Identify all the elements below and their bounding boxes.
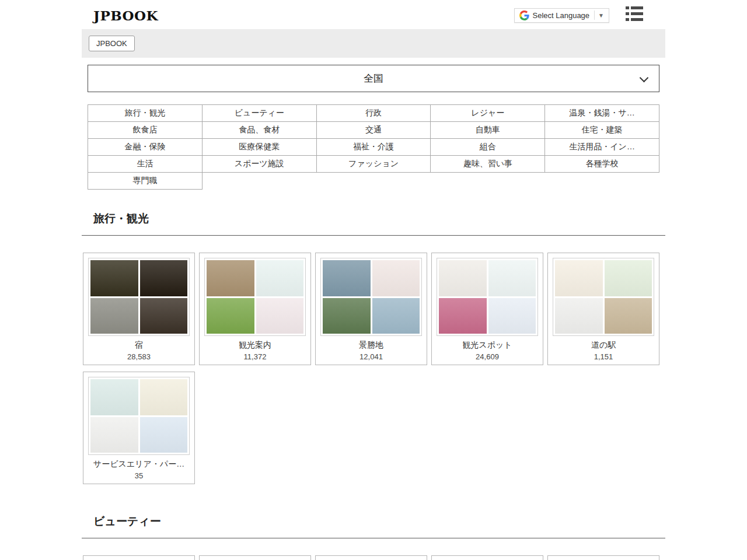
language-selector-divider — [594, 10, 595, 20]
category-cell-fashion[interactable]: ファッション — [316, 156, 431, 173]
card-thumbnail — [204, 258, 306, 336]
card-label: 道の駅 — [553, 340, 654, 351]
card-yado[interactable]: 宿 28,583 — [83, 253, 195, 365]
language-caret-icon: ▼ — [598, 12, 604, 19]
card-thumbnail — [88, 258, 190, 336]
card-label: 宿 — [88, 340, 190, 351]
card-keishouchi[interactable]: 景勝地 12,041 — [315, 253, 427, 365]
page-container: JPBOOK Select Language ▼ — [82, 0, 665, 560]
card-beauty-2[interactable] — [199, 555, 311, 560]
google-logo-icon — [519, 10, 529, 20]
category-cell-medical[interactable]: 医療保健業 — [202, 139, 316, 156]
category-row: 専門職 — [88, 173, 659, 190]
card-label: 景勝地 — [320, 340, 422, 351]
category-cell-restaurant[interactable]: 飲食店 — [88, 122, 203, 139]
card-beauty-1[interactable] — [83, 555, 195, 560]
card-beauty-3[interactable] — [315, 555, 427, 560]
card-label: 観光案内 — [204, 340, 306, 351]
chevron-down-icon — [640, 74, 649, 83]
category-cell-union[interactable]: 組合 — [431, 139, 545, 156]
card-service-area[interactable]: サービスエリア・パー… 35 — [83, 372, 195, 484]
card-thumbnail — [320, 258, 422, 336]
card-count: 35 — [88, 471, 190, 480]
category-cell-schools[interactable]: 各種学校 — [545, 156, 659, 173]
card-count: 28,583 — [88, 352, 190, 361]
card-beauty-4[interactable] — [431, 555, 543, 560]
category-row: 旅行・観光 ビューティー 行政 レジャー 温泉・銭湯・サ… — [88, 105, 659, 122]
card-beauty-5[interactable] — [547, 555, 659, 560]
section-beauty: ビューティー — [82, 514, 665, 560]
category-cell-sports[interactable]: スポーツ施設 — [202, 156, 316, 173]
category-cell-hobby[interactable]: 趣味、習い事 — [431, 156, 545, 173]
category-cell-food[interactable]: 食品、食材 — [202, 122, 316, 139]
card-michinoeki[interactable]: 道の駅 1,151 — [547, 253, 659, 365]
category-cell-welfare[interactable]: 福祉・介護 — [316, 139, 431, 156]
card-count: 24,609 — [437, 352, 538, 361]
menu-list-icon[interactable] — [626, 6, 643, 24]
category-cell-finance[interactable]: 金融・保険 — [88, 139, 203, 156]
travel-cards: 宿 28,583 観光案内 11,372 景勝地 12,041 観光スポット 2… — [82, 236, 665, 492]
category-cell-onsen[interactable]: 温泉・銭湯・サ… — [545, 105, 659, 122]
card-count: 1,151 — [553, 352, 654, 361]
category-cell-daily-goods[interactable]: 生活用品・イン… — [545, 139, 659, 156]
card-label: 観光スポット — [437, 340, 538, 351]
card-kankou-annai[interactable]: 観光案内 11,372 — [199, 253, 311, 365]
top-bar: JPBOOK Select Language ▼ — [82, 0, 665, 29]
card-thumbnail — [553, 258, 654, 336]
card-thumbnail — [88, 377, 190, 455]
card-thumbnail — [437, 258, 538, 336]
beauty-cards — [82, 538, 665, 560]
card-label: サービスエリア・パー… — [88, 459, 190, 470]
category-row: 金融・保険 医療保健業 福祉・介護 組合 生活用品・イン… — [88, 139, 659, 156]
card-count: 12,041 — [320, 352, 422, 361]
region-select[interactable]: 全国 — [88, 65, 659, 92]
language-selector[interactable]: Select Language ▼ — [514, 8, 610, 23]
breadcrumb: JPBOOK — [82, 29, 665, 58]
category-cell-professional[interactable]: 専門職 — [88, 173, 203, 190]
category-row: 生活 スポーツ施設 ファッション 趣味、習い事 各種学校 — [88, 156, 659, 173]
category-row: 飲食店 食品、食材 交通 自動車 住宅・建築 — [88, 122, 659, 139]
category-cell-automobile[interactable]: 自動車 — [431, 122, 545, 139]
category-cell-transport[interactable]: 交通 — [316, 122, 431, 139]
breadcrumb-home-button[interactable]: JPBOOK — [89, 36, 135, 51]
category-cell-life[interactable]: 生活 — [88, 156, 203, 173]
section-title-beauty: ビューティー — [93, 514, 665, 529]
card-kankou-spot[interactable]: 観光スポット 24,609 — [431, 253, 543, 365]
category-cell-empty — [202, 173, 659, 190]
category-cell-leisure[interactable]: レジャー — [431, 105, 545, 122]
category-cell-government[interactable]: 行政 — [316, 105, 431, 122]
category-cell-travel[interactable]: 旅行・観光 — [88, 105, 203, 122]
topbar-right: Select Language ▼ — [514, 6, 644, 24]
language-selector-label: Select Language — [533, 11, 590, 20]
section-travel: 旅行・観光 宿 28,583 観光案内 11,372 景勝地 12,041 観光… — [82, 211, 665, 492]
category-cell-housing[interactable]: 住宅・建築 — [545, 122, 659, 139]
section-title-travel: 旅行・観光 — [93, 211, 665, 226]
region-select-value: 全国 — [364, 72, 383, 85]
site-title: JPBOOK — [93, 8, 158, 23]
card-count: 11,372 — [204, 352, 306, 361]
category-cell-beauty[interactable]: ビューティー — [202, 105, 316, 122]
category-table: 旅行・観光 ビューティー 行政 レジャー 温泉・銭湯・サ… 飲食店 食品、食材 … — [88, 104, 659, 190]
